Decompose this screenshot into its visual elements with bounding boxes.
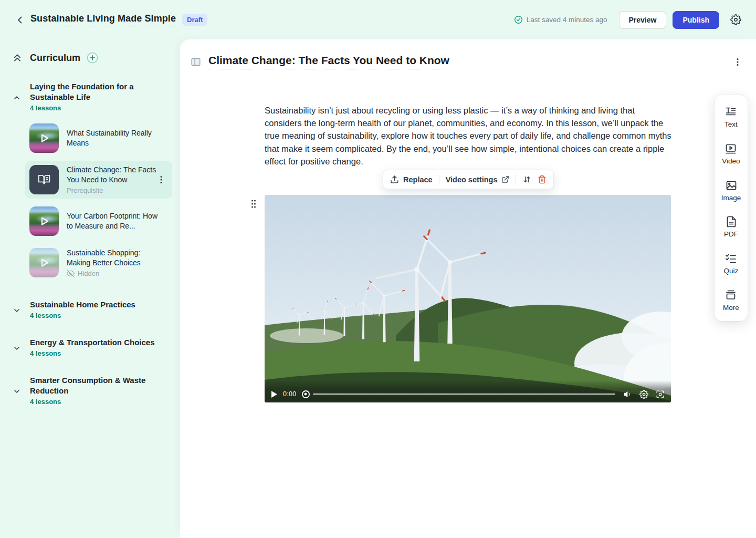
- section-title: Laying the Foundation for a Sustainable …: [30, 81, 164, 102]
- lesson-item[interactable]: Sustainable Shopping: Making Better Choi…: [25, 244, 172, 282]
- volume-button[interactable]: [623, 390, 632, 399]
- lesson-title: Climate Change: The Facts You Need to Kn…: [67, 165, 159, 185]
- lesson-count: 4 lessons: [30, 312, 164, 319]
- curriculum-section: Sustainable Home Practices 4 lessons: [0, 299, 180, 319]
- back-button[interactable]: [13, 13, 27, 27]
- lesson-badge: Prerequisite: [67, 187, 159, 194]
- lesson-video-thumbnail: [29, 248, 59, 277]
- image-block-icon: [725, 179, 738, 192]
- double-chevron-up-icon: [13, 53, 22, 63]
- eye-off-icon: [67, 270, 75, 277]
- trash-icon: [538, 175, 547, 184]
- lesson-item[interactable]: Your Carbon Footprint: How to Measure an…: [25, 202, 172, 240]
- section-header[interactable]: Laying the Foundation for a Sustainable …: [0, 81, 180, 112]
- add-section-button[interactable]: [87, 52, 98, 64]
- publish-button[interactable]: Publish: [673, 11, 719, 29]
- lesson-menu-button[interactable]: [158, 175, 165, 184]
- upload-icon: [390, 175, 399, 184]
- section-header[interactable]: Energy & Transportation Choices 4 lesson…: [0, 337, 180, 357]
- course-title[interactable]: Sustainable Living Made Simple: [30, 13, 176, 26]
- book-open-icon: [37, 173, 51, 187]
- toolbar-divider: [439, 174, 439, 185]
- insert-pdf-button[interactable]: PDF: [724, 215, 738, 238]
- section-title: Energy & Transportation Choices: [30, 337, 164, 348]
- insert-item-label: Video: [722, 157, 740, 165]
- play-icon: [37, 131, 51, 145]
- kebab-icon: [158, 175, 165, 184]
- insert-block-panel: Text Video Image PDF Quiz More: [715, 95, 748, 321]
- video-settings-label: Video settings: [446, 175, 498, 184]
- insert-video-button[interactable]: Video: [722, 142, 740, 165]
- insert-text-button[interactable]: Text: [724, 106, 738, 128]
- video-settings-gear-button[interactable]: [639, 390, 648, 399]
- curriculum-title: Curriculum: [30, 53, 80, 64]
- more-blocks-icon: [724, 289, 737, 302]
- curriculum-section: Smarter Consumption & Waste Reduction 4 …: [0, 375, 180, 406]
- lesson-title-heading[interactable]: Climate Change: The Facts You Need to Kn…: [208, 54, 449, 69]
- lesson-badge: Hidden: [78, 270, 99, 277]
- curriculum-section: Laying the Foundation for a Sustainable …: [0, 81, 180, 282]
- section-title: Sustainable Home Practices: [30, 299, 164, 310]
- chevron-down-icon: [13, 387, 21, 396]
- lesson-title: What Sustainability Really Means: [67, 128, 159, 148]
- section-header[interactable]: Sustainable Home Practices 4 lessons: [0, 299, 180, 319]
- play-icon: [37, 256, 51, 270]
- progress-track[interactable]: [313, 394, 615, 395]
- fullscreen-icon: [656, 390, 665, 399]
- lesson-count: 4 lessons: [30, 104, 164, 112]
- insert-item-label: Text: [724, 120, 738, 128]
- move-block-button[interactable]: [522, 175, 531, 184]
- sidebar-toggle-button[interactable]: [190, 56, 202, 68]
- replace-video-button[interactable]: Replace: [390, 175, 433, 184]
- chevron-down-icon: [13, 306, 21, 315]
- scrubber-handle[interactable]: [302, 390, 310, 398]
- fullscreen-button[interactable]: [656, 390, 665, 399]
- delete-block-button[interactable]: [538, 175, 547, 184]
- gear-icon: [639, 390, 648, 399]
- lesson-options-button[interactable]: [734, 57, 741, 67]
- lesson-item-selected[interactable]: Climate Change: The Facts You Need to Kn…: [25, 161, 172, 199]
- block-drag-handle[interactable]: [250, 199, 257, 209]
- plus-circle-icon: [87, 52, 98, 64]
- drag-dots-icon: [250, 199, 257, 209]
- lesson-reading-thumbnail: [29, 165, 59, 194]
- insert-item-label: PDF: [724, 230, 738, 238]
- play-icon: [271, 390, 278, 398]
- video-settings-button[interactable]: Video settings: [446, 175, 510, 184]
- check-circle-icon: [514, 15, 523, 24]
- play-button[interactable]: [271, 390, 278, 398]
- video-frame-wind-turbines: [265, 195, 671, 402]
- video-player[interactable]: 0:00: [265, 195, 671, 402]
- settings-button[interactable]: [728, 12, 743, 28]
- insert-item-label: Image: [721, 194, 741, 202]
- text-block-icon: [724, 106, 737, 118]
- kebab-icon: [734, 57, 741, 67]
- lesson-count: 4 lessons: [30, 349, 164, 357]
- preview-button[interactable]: Preview: [619, 11, 667, 29]
- topbar: Sustainable Living Made Simple Draft Las…: [0, 0, 756, 39]
- lesson-item[interactable]: What Sustainability Really Means: [25, 119, 172, 157]
- sort-arrows-icon: [522, 175, 531, 184]
- curriculum-sidebar: Curriculum Laying the Foundation for a S…: [0, 39, 180, 538]
- section-title: Smarter Consumption & Waste Reduction: [30, 375, 164, 396]
- lesson-editor-card: Climate Change: The Facts You Need to Kn…: [180, 39, 756, 538]
- speaker-icon: [623, 390, 632, 399]
- insert-item-label: More: [723, 304, 739, 312]
- replace-label: Replace: [403, 175, 433, 184]
- insert-quiz-button[interactable]: Quiz: [724, 252, 739, 275]
- insert-image-button[interactable]: Image: [721, 179, 741, 202]
- chevron-down-icon: [13, 344, 21, 353]
- lesson-body-text[interactable]: Sustainability isn’t just about recyclin…: [265, 104, 672, 168]
- section-header[interactable]: Smarter Consumption & Waste Reduction 4 …: [0, 375, 180, 406]
- video-controls-bar: 0:00: [265, 380, 671, 402]
- insert-more-button[interactable]: More: [723, 289, 739, 312]
- last-saved-status: Last saved 4 minutes ago: [514, 15, 607, 24]
- toolbar-divider: [516, 174, 516, 185]
- lesson-count: 4 lessons: [30, 398, 164, 406]
- insert-item-label: Quiz: [724, 267, 739, 275]
- video-block-toolbar: Replace Video settings: [383, 170, 554, 189]
- gear-icon: [730, 14, 741, 25]
- status-badge: Draft: [182, 14, 207, 26]
- lesson-video-thumbnail: [29, 206, 59, 236]
- collapse-all-button[interactable]: [13, 53, 22, 63]
